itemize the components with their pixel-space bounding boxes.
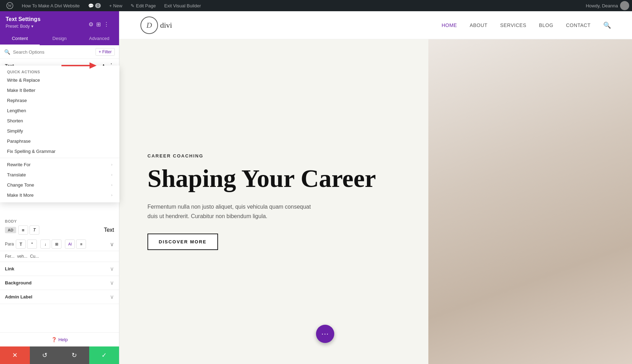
filter-button[interactable]: + Filter xyxy=(96,48,115,56)
search-icon[interactable]: 🔍 xyxy=(603,21,611,29)
body-section: Body AD ≡ T Text xyxy=(0,216,119,237)
help-bar[interactable]: ❓ Help xyxy=(0,332,119,346)
chevron-down-icon: ∨ xyxy=(110,279,114,286)
tab-design[interactable]: Design xyxy=(40,32,79,45)
search-input[interactable] xyxy=(13,49,93,55)
para-label: Para xyxy=(5,242,14,247)
para-ai-controls: AI ≡ xyxy=(65,240,86,249)
body-label: Body xyxy=(5,219,114,223)
make-it-better-item[interactable]: Make It Better xyxy=(0,85,119,95)
main-content: D divi HOME ABOUT SERVICES BLOG CONTACT … xyxy=(119,11,632,364)
hero-bg xyxy=(428,39,632,364)
settings-icon[interactable]: ⚙ xyxy=(88,21,93,28)
help-icon: ❓ xyxy=(51,337,57,342)
search-icon: 🔍 xyxy=(4,49,10,55)
para-btn-group: T " xyxy=(16,240,37,249)
site-header: D divi HOME ABOUT SERVICES BLOG CONTACT … xyxy=(119,11,632,39)
exit-visual-builder-bar[interactable]: Exit Visual Builder xyxy=(161,0,205,11)
comments-bar[interactable]: 💬 0 xyxy=(85,0,104,11)
nav-services[interactable]: SERVICES xyxy=(500,22,526,28)
cancel-button[interactable]: ✕ xyxy=(0,346,30,364)
hero-text-area: CAREER COACHING Shaping Your Career Ferm… xyxy=(119,39,428,364)
howdy-text: Howdy, Deanna xyxy=(586,1,629,10)
layout-icon[interactable]: ⊞ xyxy=(96,21,101,28)
wp-logo[interactable]: W xyxy=(3,0,17,11)
lengthen-item[interactable]: Lengthen xyxy=(0,106,119,116)
new-bar[interactable]: + New xyxy=(106,0,126,11)
nav-contact[interactable]: CONTACT xyxy=(566,22,591,28)
redo-button[interactable]: ↻ xyxy=(60,346,90,364)
link-section[interactable]: Link ∨ xyxy=(0,262,119,276)
body-tag-btn[interactable]: AD xyxy=(5,227,16,233)
para-actions: ↓ ⊞ xyxy=(40,240,61,249)
site-nav: HOME ABOUT SERVICES BLOG CONTACT 🔍 xyxy=(442,21,611,29)
hero-description: Fermentum nulla non justo aliquet, quis … xyxy=(147,202,316,221)
panel-tabs: Content Design Advanced xyxy=(0,32,119,45)
tab-advanced[interactable]: Advanced xyxy=(79,32,119,45)
fab-icon: ··· xyxy=(321,329,329,338)
edit-page-bar[interactable]: ✎ Edit Page xyxy=(127,0,159,11)
hero-tag: CAREER COACHING xyxy=(147,153,400,159)
text-format-icon[interactable]: T xyxy=(16,240,26,249)
ai-dropdown-menu: Quick Actions Write & Replace Make It Be… xyxy=(0,66,119,202)
nav-blog[interactable]: BLOG xyxy=(539,22,553,28)
tab-content[interactable]: Content xyxy=(0,32,40,45)
layout-wrapper: Text Settings Preset: Body ▾ ⚙ ⊞ ⋮ Conte… xyxy=(0,0,632,364)
body-controls: AD ≡ T Text xyxy=(5,225,114,235)
make-it-more-item[interactable]: Make It More › xyxy=(0,190,119,200)
hero-image-area xyxy=(428,39,632,364)
shorten-item[interactable]: Shorten xyxy=(0,116,119,126)
panel-header: Text Settings Preset: Body ▾ ⚙ ⊞ ⋮ xyxy=(0,11,119,32)
background-label: Background xyxy=(5,280,32,285)
format-icon[interactable]: ↓ xyxy=(40,240,50,249)
background-section[interactable]: Background ∨ xyxy=(0,276,119,290)
save-button[interactable]: ✓ xyxy=(89,346,119,364)
text-icon[interactable]: T xyxy=(29,225,39,235)
align-left-btn[interactable]: ≡ xyxy=(18,225,28,235)
ai-btn[interactable]: AI xyxy=(65,240,75,249)
rephrase-item[interactable]: Rephrase xyxy=(0,95,119,106)
site-name-bar[interactable]: How To Make A Divi Website xyxy=(18,0,83,11)
para-controls: ≡ T xyxy=(18,225,39,235)
site-logo: D divi xyxy=(140,16,172,34)
chevron-right-icon: › xyxy=(111,173,112,177)
search-bar: 🔍 + Filter xyxy=(0,45,119,59)
write-replace-item[interactable]: Write & Replace xyxy=(0,75,119,85)
panel-content: Text ∧ ⋮ Write With AI Improve With AI xyxy=(0,59,119,332)
layers-icon[interactable]: ≡ xyxy=(76,240,86,249)
comment-icon: 💬 xyxy=(88,3,94,8)
ai-menu-section: Quick Actions Write & Replace Make It Be… xyxy=(0,66,119,202)
paraphrase-item[interactable]: Paraphrase xyxy=(0,136,119,146)
logo-circle: D xyxy=(140,16,158,34)
chevron-down-para[interactable]: ∨ xyxy=(110,241,114,248)
hero-figures xyxy=(428,39,632,364)
hero-section: CAREER COACHING Shaping Your Career Ferm… xyxy=(119,39,632,364)
quick-actions-header: Quick Actions xyxy=(0,68,119,75)
undo-button[interactable]: ↺ xyxy=(30,346,60,364)
simplify-item[interactable]: Simplify xyxy=(0,126,119,136)
discover-more-button[interactable]: DISCOVER MORE xyxy=(147,234,218,250)
chevron-down-icon: ∨ xyxy=(110,294,114,300)
more-icon[interactable]: ⋮ xyxy=(104,21,109,28)
fab-button[interactable]: ··· xyxy=(316,325,334,343)
nav-home[interactable]: HOME xyxy=(442,22,457,28)
nav-about[interactable]: ABOUT xyxy=(470,22,488,28)
translate-item[interactable]: Translate › xyxy=(0,170,119,180)
chevron-down-icon: ∨ xyxy=(110,265,114,272)
text-label-right: Text xyxy=(104,227,114,233)
link-label: Link xyxy=(5,266,14,271)
svg-text:W: W xyxy=(8,3,12,8)
change-tone-item[interactable]: Change Tone › xyxy=(0,180,119,190)
quote-icon[interactable]: " xyxy=(27,240,37,249)
chevron-right-icon: › xyxy=(111,163,112,167)
chevron-down-icon: ∨ xyxy=(110,241,114,247)
admin-label-section[interactable]: Admin Label ∨ xyxy=(0,290,119,304)
panel-header-icons: ⚙ ⊞ ⋮ xyxy=(88,21,109,28)
rewrite-for-item[interactable]: Rewrite For › xyxy=(0,160,119,170)
fix-spelling-item[interactable]: Fix Spelling & Grammar xyxy=(0,146,119,156)
text-preview: Fer... veh... Cu... xyxy=(0,251,119,262)
admin-label: Admin Label xyxy=(5,294,32,299)
avatar xyxy=(620,1,629,10)
action-bar: ✕ ↺ ↻ ✓ xyxy=(0,346,119,364)
copy-icon[interactable]: ⊞ xyxy=(52,240,61,249)
